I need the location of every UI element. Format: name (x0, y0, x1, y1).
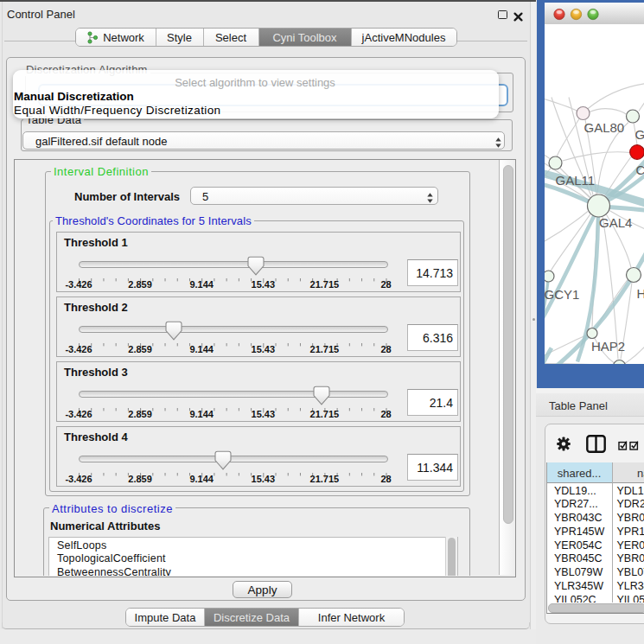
svg-text:GA: GA (635, 127, 644, 142)
svg-text:GAL80: GAL80 (584, 119, 625, 134)
svg-text:GAL11: GAL11 (556, 173, 596, 188)
svg-text:GAL4: GAL4 (599, 214, 632, 229)
svg-text:GCY1: GCY1 (545, 286, 579, 301)
svg-text:H: H (637, 286, 644, 301)
svg-text:HAP2: HAP2 (591, 338, 625, 353)
svg-text:CO: CO (636, 162, 644, 176)
